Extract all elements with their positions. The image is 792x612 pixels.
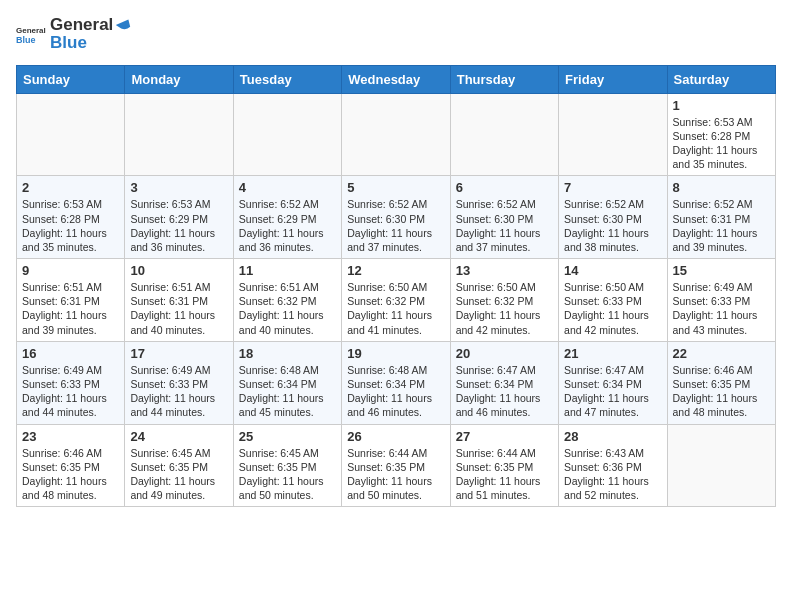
day-number: 10 [130,263,227,278]
calendar-cell: 25Sunrise: 6:45 AM Sunset: 6:35 PM Dayli… [233,424,341,507]
day-number: 8 [673,180,770,195]
logo-general-text: General [50,15,113,34]
day-info: Sunrise: 6:46 AM Sunset: 6:35 PM Dayligh… [22,446,119,503]
calendar-cell: 7Sunrise: 6:52 AM Sunset: 6:30 PM Daylig… [559,176,667,259]
day-number: 20 [456,346,553,361]
day-number: 5 [347,180,444,195]
day-info: Sunrise: 6:49 AM Sunset: 6:33 PM Dayligh… [673,280,770,337]
day-info: Sunrise: 6:50 AM Sunset: 6:32 PM Dayligh… [456,280,553,337]
calendar-week-row: 23Sunrise: 6:46 AM Sunset: 6:35 PM Dayli… [17,424,776,507]
day-number: 2 [22,180,119,195]
calendar-cell [559,93,667,176]
day-info: Sunrise: 6:47 AM Sunset: 6:34 PM Dayligh… [564,363,661,420]
logo-blue-text: Blue [50,33,132,53]
column-header-sunday: Sunday [17,65,125,93]
day-number: 4 [239,180,336,195]
day-info: Sunrise: 6:51 AM Sunset: 6:31 PM Dayligh… [22,280,119,337]
svg-text:General: General [16,26,46,35]
day-info: Sunrise: 6:50 AM Sunset: 6:32 PM Dayligh… [347,280,444,337]
day-info: Sunrise: 6:46 AM Sunset: 6:35 PM Dayligh… [673,363,770,420]
calendar-cell: 13Sunrise: 6:50 AM Sunset: 6:32 PM Dayli… [450,259,558,342]
day-info: Sunrise: 6:52 AM Sunset: 6:30 PM Dayligh… [456,197,553,254]
day-number: 22 [673,346,770,361]
calendar-cell: 17Sunrise: 6:49 AM Sunset: 6:33 PM Dayli… [125,341,233,424]
day-number: 7 [564,180,661,195]
day-number: 13 [456,263,553,278]
column-header-friday: Friday [559,65,667,93]
calendar-cell: 6Sunrise: 6:52 AM Sunset: 6:30 PM Daylig… [450,176,558,259]
calendar-week-row: 2Sunrise: 6:53 AM Sunset: 6:28 PM Daylig… [17,176,776,259]
day-number: 16 [22,346,119,361]
day-info: Sunrise: 6:50 AM Sunset: 6:33 PM Dayligh… [564,280,661,337]
calendar-cell [667,424,775,507]
day-number: 18 [239,346,336,361]
day-info: Sunrise: 6:43 AM Sunset: 6:36 PM Dayligh… [564,446,661,503]
column-header-tuesday: Tuesday [233,65,341,93]
day-number: 3 [130,180,227,195]
day-number: 23 [22,429,119,444]
calendar-cell: 19Sunrise: 6:48 AM Sunset: 6:34 PM Dayli… [342,341,450,424]
day-number: 9 [22,263,119,278]
calendar-cell: 14Sunrise: 6:50 AM Sunset: 6:33 PM Dayli… [559,259,667,342]
calendar-week-row: 9Sunrise: 6:51 AM Sunset: 6:31 PM Daylig… [17,259,776,342]
calendar-cell [342,93,450,176]
calendar-cell: 27Sunrise: 6:44 AM Sunset: 6:35 PM Dayli… [450,424,558,507]
day-number: 12 [347,263,444,278]
calendar-cell: 4Sunrise: 6:52 AM Sunset: 6:29 PM Daylig… [233,176,341,259]
calendar-cell: 21Sunrise: 6:47 AM Sunset: 6:34 PM Dayli… [559,341,667,424]
day-info: Sunrise: 6:51 AM Sunset: 6:32 PM Dayligh… [239,280,336,337]
day-number: 21 [564,346,661,361]
day-info: Sunrise: 6:52 AM Sunset: 6:30 PM Dayligh… [347,197,444,254]
column-header-wednesday: Wednesday [342,65,450,93]
calendar-cell [233,93,341,176]
calendar-cell: 10Sunrise: 6:51 AM Sunset: 6:31 PM Dayli… [125,259,233,342]
calendar-cell [125,93,233,176]
day-number: 1 [673,98,770,113]
day-info: Sunrise: 6:53 AM Sunset: 6:28 PM Dayligh… [673,115,770,172]
calendar-cell [450,93,558,176]
day-info: Sunrise: 6:48 AM Sunset: 6:34 PM Dayligh… [347,363,444,420]
calendar-cell: 18Sunrise: 6:48 AM Sunset: 6:34 PM Dayli… [233,341,341,424]
calendar-cell: 3Sunrise: 6:53 AM Sunset: 6:29 PM Daylig… [125,176,233,259]
calendar-cell: 11Sunrise: 6:51 AM Sunset: 6:32 PM Dayli… [233,259,341,342]
calendar-week-row: 16Sunrise: 6:49 AM Sunset: 6:33 PM Dayli… [17,341,776,424]
calendar-cell: 15Sunrise: 6:49 AM Sunset: 6:33 PM Dayli… [667,259,775,342]
calendar-week-row: 1Sunrise: 6:53 AM Sunset: 6:28 PM Daylig… [17,93,776,176]
calendar-cell: 20Sunrise: 6:47 AM Sunset: 6:34 PM Dayli… [450,341,558,424]
calendar-cell: 26Sunrise: 6:44 AM Sunset: 6:35 PM Dayli… [342,424,450,507]
calendar-cell: 28Sunrise: 6:43 AM Sunset: 6:36 PM Dayli… [559,424,667,507]
calendar-cell: 1Sunrise: 6:53 AM Sunset: 6:28 PM Daylig… [667,93,775,176]
logo-graphic-icon: General Blue [16,19,46,49]
calendar-table: SundayMondayTuesdayWednesdayThursdayFrid… [16,65,776,507]
svg-text:Blue: Blue [16,35,36,45]
day-number: 17 [130,346,227,361]
day-number: 26 [347,429,444,444]
day-info: Sunrise: 6:49 AM Sunset: 6:33 PM Dayligh… [22,363,119,420]
day-info: Sunrise: 6:44 AM Sunset: 6:35 PM Dayligh… [456,446,553,503]
day-info: Sunrise: 6:47 AM Sunset: 6:34 PM Dayligh… [456,363,553,420]
column-header-monday: Monday [125,65,233,93]
calendar-cell: 22Sunrise: 6:46 AM Sunset: 6:35 PM Dayli… [667,341,775,424]
day-info: Sunrise: 6:45 AM Sunset: 6:35 PM Dayligh… [239,446,336,503]
day-info: Sunrise: 6:45 AM Sunset: 6:35 PM Dayligh… [130,446,227,503]
day-number: 15 [673,263,770,278]
day-number: 27 [456,429,553,444]
calendar-cell [17,93,125,176]
calendar-cell: 23Sunrise: 6:46 AM Sunset: 6:35 PM Dayli… [17,424,125,507]
day-info: Sunrise: 6:52 AM Sunset: 6:30 PM Dayligh… [564,197,661,254]
day-number: 25 [239,429,336,444]
day-number: 6 [456,180,553,195]
day-number: 11 [239,263,336,278]
calendar-cell: 2Sunrise: 6:53 AM Sunset: 6:28 PM Daylig… [17,176,125,259]
day-number: 19 [347,346,444,361]
calendar-cell: 16Sunrise: 6:49 AM Sunset: 6:33 PM Dayli… [17,341,125,424]
day-info: Sunrise: 6:53 AM Sunset: 6:29 PM Dayligh… [130,197,227,254]
calendar-cell: 5Sunrise: 6:52 AM Sunset: 6:30 PM Daylig… [342,176,450,259]
calendar-cell: 12Sunrise: 6:50 AM Sunset: 6:32 PM Dayli… [342,259,450,342]
day-info: Sunrise: 6:48 AM Sunset: 6:34 PM Dayligh… [239,363,336,420]
calendar-cell: 24Sunrise: 6:45 AM Sunset: 6:35 PM Dayli… [125,424,233,507]
day-info: Sunrise: 6:49 AM Sunset: 6:33 PM Dayligh… [130,363,227,420]
day-info: Sunrise: 6:52 AM Sunset: 6:31 PM Dayligh… [673,197,770,254]
column-header-thursday: Thursday [450,65,558,93]
day-info: Sunrise: 6:52 AM Sunset: 6:29 PM Dayligh… [239,197,336,254]
